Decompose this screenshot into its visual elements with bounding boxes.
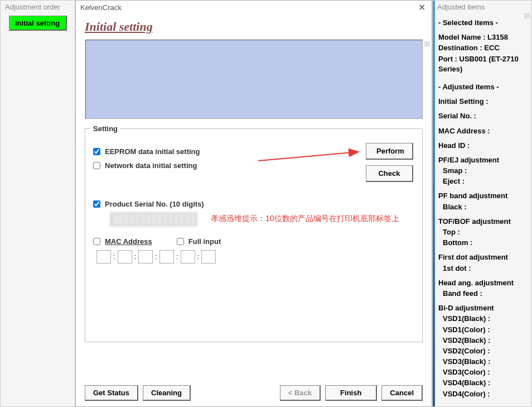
window-title: KelvenCrack (80, 3, 122, 12)
adjusted-item: Serial No. : (438, 111, 525, 121)
main-dialog: KelvenCrack ✕ Initial setting Setting EE… (75, 0, 432, 407)
initial-setting-button[interactable]: Initial setting (9, 16, 67, 31)
adjusted-subitem: Band feed : (443, 289, 525, 299)
close-button[interactable]: ✕ (416, 2, 427, 13)
adjusted-item: Head ang. adjustment (438, 278, 525, 288)
eeprom-checkbox[interactable] (93, 148, 100, 155)
adjusted-item: PF/EJ adjustment (438, 155, 525, 165)
serial-checkbox[interactable] (93, 200, 100, 208)
adjusted-subitem: VSD4(Color) : (443, 389, 525, 399)
model-name: Model Name : L3158 (438, 32, 525, 42)
adjusted-subitem: VSD3(Black) : (443, 357, 525, 367)
adjusted-subitem: VSD4(Black) : (443, 378, 525, 388)
mac-checkbox[interactable] (93, 238, 100, 245)
adjusted-item: First dot adjustment (438, 252, 525, 262)
adjusted-item: PF band adjustment (438, 191, 525, 201)
serial-input[interactable] (110, 213, 197, 226)
adjustment-order-panel: Adjustment order Initial setting (0, 0, 75, 407)
adjusted-subitem: VSD1(Black) : (443, 314, 525, 324)
adjusted-subitem: VSD2(Color) : (443, 346, 525, 356)
full-input-label: Full input (188, 237, 221, 246)
get-status-button[interactable]: Get Status (85, 385, 138, 401)
cancel-button[interactable]: Cancel (381, 385, 423, 401)
cleaning-button[interactable]: Cleaning (143, 385, 191, 401)
mac-field-1[interactable] (96, 250, 111, 264)
adjusted-items-panel: Adjusted items - Selected items - Model … (432, 0, 531, 407)
adjusted-item: Head ID : (438, 141, 525, 151)
adjusted-item: Bi-D adjustment (438, 303, 525, 313)
titlebar: KelvenCrack ✕ (76, 1, 432, 14)
adjusted-subitem: Top : (443, 227, 525, 237)
scrollbar-up-icon[interactable] (524, 13, 530, 18)
mac-field-3[interactable] (138, 250, 153, 264)
adjusted-subitem: Bottom : (443, 238, 525, 248)
network-checkbox[interactable] (93, 162, 100, 169)
mac-label: MAC Address (105, 237, 152, 246)
full-input-checkbox[interactable] (177, 238, 184, 245)
mac-field-5[interactable] (181, 250, 195, 264)
scrollbar-up-icon[interactable] (424, 41, 430, 47)
page-title: Initial setting (85, 20, 423, 34)
adjusted-item: TOF/BOF adjustment (438, 217, 525, 227)
adjusted-subitem: Smap : (443, 166, 525, 176)
back-button[interactable]: < Back (280, 385, 321, 401)
port-line2: Series) (438, 64, 525, 74)
check-button[interactable]: Check (366, 165, 413, 182)
adjusted-items-header: Adjusted items (433, 1, 531, 13)
mac-field-2[interactable] (118, 250, 132, 264)
bottom-button-bar: Get Status Cleaning < Back Finish Cancel (76, 382, 432, 406)
annotation-text: 孝感迅维提示：10位数的产品编号在打印机底部标签上 (211, 214, 399, 224)
eeprom-label: EEPROM data initial setting (105, 147, 200, 156)
destination: Destination : ECC (438, 43, 525, 53)
setting-legend: Setting (91, 125, 120, 133)
adjusted-items-subheader: - Adjusted items - (438, 82, 525, 92)
adjusted-item: MAC Address : (438, 126, 525, 136)
network-label: Network data initial setting (105, 161, 197, 170)
perform-button[interactable]: Perform (366, 143, 413, 160)
adjusted-items-body: - Selected items - Model Name : L3158 De… (433, 13, 531, 406)
mac-field-4[interactable] (159, 250, 174, 264)
mac-field-6[interactable] (201, 250, 216, 264)
serial-label: Product Serial No. (10 digits) (105, 200, 204, 208)
log-textarea[interactable] (85, 40, 423, 119)
port-line1: Port : USB001 (ET-2710 (438, 54, 525, 64)
adjusted-subitem: VSD1(Color) : (443, 325, 525, 335)
finish-button[interactable]: Finish (325, 385, 377, 401)
adjusted-subitem: VSD3(Color) : (443, 367, 525, 377)
adjusted-subitem: VSD2(Black) : (443, 336, 525, 346)
adjusted-subitem: 1st dot : (443, 264, 525, 274)
adjusted-subitem: Black : (443, 202, 525, 212)
adjustment-order-header: Adjustment order (1, 1, 75, 13)
adjusted-item: Initial Setting : (438, 97, 525, 107)
selected-items-header: - Selected items - (438, 18, 525, 28)
panel-accent (433, 1, 435, 406)
setting-group: Setting EEPROM data initial setting Netw… (85, 125, 423, 342)
adjusted-subitem: Eject : (443, 176, 525, 186)
